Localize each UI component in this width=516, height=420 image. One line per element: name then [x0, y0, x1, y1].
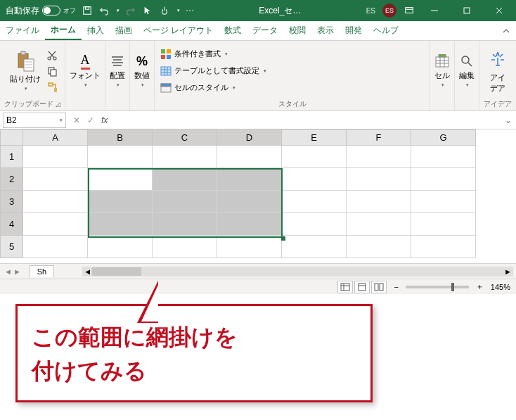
ribbon-collapse-icon[interactable]	[496, 21, 516, 40]
ribbon-display-icon[interactable]	[404, 5, 415, 16]
col-header-F[interactable]: F	[347, 130, 411, 146]
number-button[interactable]: % 数値▾	[134, 53, 150, 88]
svg-rect-25	[167, 55, 171, 59]
tab-insert[interactable]: 挿入	[82, 21, 110, 40]
fill-handle[interactable]	[281, 236, 285, 241]
svg-rect-5	[464, 8, 470, 13]
cell-B3[interactable]	[88, 191, 153, 213]
tab-help[interactable]: ヘルプ	[368, 21, 404, 40]
cut-icon[interactable]	[46, 50, 58, 61]
tab-draw[interactable]: 描画	[110, 21, 138, 40]
cell-D4[interactable]	[217, 213, 282, 236]
cells-button[interactable]: セル▾	[434, 53, 450, 88]
row-header-3[interactable]: 3	[1, 191, 23, 213]
paste-label: 貼り付け	[10, 74, 41, 84]
chevron-down-icon[interactable]: ▾	[60, 117, 63, 123]
maximize-button[interactable]	[454, 0, 479, 21]
group-styles: 条件付き書式▾ テーブルとして書式設定▾ セルのスタイル▾ スタイル	[155, 41, 430, 110]
expand-formula-bar-icon[interactable]: ⌄	[501, 115, 516, 125]
col-header-C[interactable]: C	[153, 130, 217, 146]
cancel-formula-icon[interactable]: ✕	[73, 115, 80, 125]
callout-line1: この範囲に網掛けを	[32, 320, 356, 354]
group-number: % 数値▾	[130, 41, 155, 110]
copy-icon[interactable]	[46, 65, 58, 77]
paste-button[interactable]: 貼り付け ▾	[7, 49, 44, 93]
tab-review[interactable]: 校閲	[283, 21, 311, 40]
row-header-5[interactable]: 5	[1, 236, 23, 258]
autosave-toggle[interactable]: 自動保存 オフ	[6, 5, 76, 17]
sheet-nav-next-icon[interactable]: ►	[13, 267, 21, 276]
tab-view[interactable]: 表示	[311, 21, 340, 40]
col-header-G[interactable]: G	[411, 130, 476, 146]
touch-mode-icon[interactable]	[159, 5, 170, 16]
scrollbar-thumb[interactable]	[92, 267, 141, 276]
ribbon: 貼り付け ▾ クリップボード◿ A フォント▾ 配置▾	[0, 41, 516, 111]
cell-D3[interactable]	[217, 191, 282, 213]
zoom-in-button[interactable]: ＋	[476, 281, 484, 292]
worksheet-grid[interactable]: A B C D E F G 1 2 3 4 5	[0, 129, 516, 263]
row-header-1[interactable]: 1	[1, 146, 23, 168]
col-header-E[interactable]: E	[282, 130, 347, 146]
find-icon	[459, 53, 475, 69]
cursor-icon[interactable]	[142, 5, 153, 16]
insert-function-icon[interactable]: fx	[101, 115, 108, 125]
svg-rect-41	[341, 284, 349, 291]
percent-icon: %	[134, 53, 150, 69]
undo-icon[interactable]	[98, 5, 110, 16]
tab-formulas[interactable]: 数式	[219, 21, 247, 40]
col-header-D[interactable]: D	[217, 130, 282, 146]
tab-file[interactable]: ファイル	[0, 21, 45, 40]
sheet-nav-prev-icon[interactable]: ◄	[4, 267, 12, 276]
avatar[interactable]: ES	[382, 4, 396, 18]
svg-rect-9	[21, 51, 25, 55]
col-header-B[interactable]: B	[88, 130, 153, 146]
horizontal-scrollbar[interactable]: ◄ ►	[82, 267, 513, 276]
cell-B2[interactable]	[88, 168, 153, 191]
save-icon[interactable]	[82, 5, 93, 16]
minimize-button[interactable]	[422, 0, 447, 21]
svg-rect-24	[161, 55, 165, 59]
alignment-button[interactable]: 配置▾	[110, 53, 125, 88]
svg-rect-23	[167, 49, 171, 53]
font-button[interactable]: A フォント▾	[70, 53, 101, 88]
cell-C3[interactable]	[153, 191, 217, 213]
format-painter-icon[interactable]	[46, 81, 58, 92]
cell-C2[interactable]	[153, 168, 217, 191]
cell-styles-button[interactable]: セルのスタイル▾	[159, 80, 425, 96]
tab-home[interactable]: ホーム	[45, 21, 82, 40]
editing-button[interactable]: 編集▾	[459, 53, 475, 88]
svg-point-39	[462, 56, 469, 63]
tab-data[interactable]: データ	[247, 21, 283, 40]
ideas-button[interactable]: アイ デア	[484, 47, 512, 95]
clipboard-dialog-launcher[interactable]: ◿	[56, 101, 60, 108]
scroll-right-icon[interactable]: ►	[504, 267, 512, 276]
group-editing: 編集▾	[455, 41, 479, 110]
svg-rect-38	[439, 54, 446, 57]
cell-D2[interactable]	[217, 168, 282, 191]
page-break-view-button[interactable]	[371, 281, 387, 293]
scroll-left-icon[interactable]: ◄	[84, 267, 91, 276]
zoom-slider[interactable]	[406, 286, 469, 288]
zoom-level[interactable]: 145%	[491, 283, 510, 291]
close-button[interactable]	[486, 0, 512, 21]
row-header-4[interactable]: 4	[1, 213, 23, 236]
svg-rect-17	[51, 70, 56, 76]
sheet-tab-bar: ◄ ► Sh ◄ ►	[0, 263, 516, 279]
formula-input[interactable]	[115, 113, 501, 128]
user-initials: ES	[366, 7, 375, 15]
tab-page-layout[interactable]: ページ レイアウト	[138, 21, 219, 40]
zoom-out-button[interactable]: −	[394, 283, 398, 291]
callout-line2: 付けてみる	[32, 354, 356, 388]
tab-developer[interactable]: 開発	[340, 21, 368, 40]
conditional-formatting-button[interactable]: 条件付き書式▾	[159, 46, 425, 62]
sheet-tab[interactable]: Sh	[30, 265, 54, 277]
enter-formula-icon[interactable]: ✓	[87, 115, 94, 125]
row-header-2[interactable]: 2	[1, 168, 23, 191]
col-header-A[interactable]: A	[23, 130, 88, 146]
cell-C4[interactable]	[153, 213, 217, 236]
select-all-corner[interactable]	[1, 130, 23, 146]
format-as-table-button[interactable]: テーブルとして書式設定▾	[159, 63, 425, 79]
name-box[interactable]: B2 ▾	[3, 113, 66, 128]
cell-B4[interactable]	[88, 213, 153, 236]
redo-icon[interactable]	[125, 5, 136, 16]
